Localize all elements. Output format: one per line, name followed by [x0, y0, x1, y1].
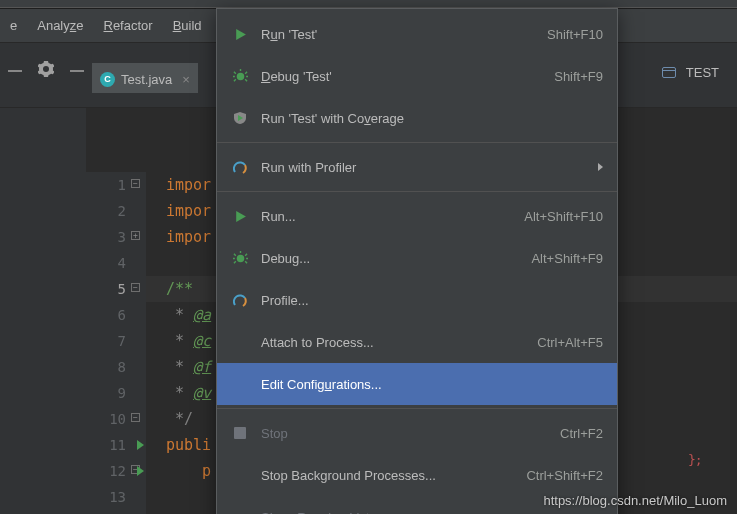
left-tool-icons	[0, 61, 84, 80]
menu-item-label: Run with Profiler	[261, 160, 590, 175]
line-number: 9	[86, 380, 126, 406]
menu-shortcut: Ctrl+Alt+F5	[537, 335, 603, 350]
project-sidebar-bg	[0, 108, 86, 514]
menu-item[interactable]: Build	[163, 9, 212, 42]
menu-shortcut: Shift+F9	[554, 69, 603, 84]
menu-item-label: Run 'Test'	[261, 27, 547, 42]
menu-shortcut: Shift+F10	[547, 27, 603, 42]
run-icon	[229, 210, 251, 223]
gear-icon[interactable]	[38, 61, 54, 80]
menu-item[interactable]: Run 'Test' with Coverage	[217, 97, 617, 139]
titlebar-strip	[0, 0, 737, 8]
svg-rect-2	[234, 427, 246, 439]
menu-item[interactable]: Debug...Alt+Shift+F9	[217, 237, 617, 279]
menu-item: StopCtrl+F2	[217, 412, 617, 454]
line-number: 13	[86, 484, 126, 510]
profiler-icon	[229, 160, 251, 174]
menu-shortcut: Ctrl+Shift+F2	[526, 468, 603, 483]
error-marker: };	[688, 452, 702, 467]
line-number: 11	[86, 432, 126, 458]
menu-item[interactable]: Run 'Test'Shift+F10	[217, 13, 617, 55]
minimize-icon[interactable]	[70, 70, 84, 72]
debug-icon	[229, 69, 251, 84]
editor-tab[interactable]: C Test.java ×	[92, 63, 198, 93]
menu-item-label: Profile...	[261, 293, 603, 308]
line-number: 10−	[86, 406, 126, 432]
menu-item[interactable]: Refactor	[94, 9, 163, 42]
menu-separator	[217, 142, 617, 143]
menu-item-label: Stop	[261, 426, 560, 441]
file-type-icon: C	[100, 72, 115, 87]
menu-item-label: Debug...	[261, 251, 531, 266]
menu-item[interactable]: Stop Background Processes...Ctrl+Shift+F…	[217, 454, 617, 496]
menu-item-label: Attach to Process...	[261, 335, 537, 350]
menu-item[interactable]: Run...Alt+Shift+F10	[217, 195, 617, 237]
line-number: 4	[86, 250, 126, 276]
line-number: 5−	[86, 276, 126, 302]
menu-item[interactable]: Edit Configurations...	[217, 363, 617, 405]
menu-item[interactable]: e	[0, 9, 27, 42]
menu-item-label: Show Running List	[261, 510, 603, 515]
menu-shortcut: Alt+Shift+F10	[524, 209, 603, 224]
line-number: 2	[86, 198, 126, 224]
debug-icon	[229, 251, 251, 266]
menu-shortcut: Ctrl+F2	[560, 426, 603, 441]
menu-item[interactable]: Run with Profiler	[217, 146, 617, 188]
tab-filename: Test.java	[121, 72, 172, 87]
menu-separator	[217, 408, 617, 409]
line-number: 6	[86, 302, 126, 328]
close-tab-icon[interactable]: ×	[182, 72, 190, 87]
stop-icon	[229, 427, 251, 439]
svg-point-1	[236, 254, 244, 262]
menu-item[interactable]: Debug 'Test'Shift+F9	[217, 55, 617, 97]
collapse-icon[interactable]	[8, 70, 22, 72]
menu-item-label: Run...	[261, 209, 524, 224]
run-config-selector[interactable]: TEST	[662, 65, 719, 80]
menu-separator	[217, 191, 617, 192]
menu-shortcut: Alt+Shift+F9	[531, 251, 603, 266]
line-number: 3+	[86, 224, 126, 250]
run-config-label: TEST	[686, 65, 719, 80]
svg-point-0	[236, 72, 244, 80]
menu-item[interactable]: Attach to Process...Ctrl+Alt+F5	[217, 321, 617, 363]
line-number: 7	[86, 328, 126, 354]
menu-item[interactable]: Profile...	[217, 279, 617, 321]
menu-item-label: Edit Configurations...	[261, 377, 603, 392]
coverage-icon	[229, 111, 251, 125]
menu-item-label: Run 'Test' with Coverage	[261, 111, 603, 126]
profiler-icon	[229, 293, 251, 307]
submenu-arrow-icon	[598, 163, 603, 171]
run-icon	[229, 28, 251, 41]
menu-item[interactable]: Analyze	[27, 9, 93, 42]
window-icon	[662, 67, 676, 78]
gutter: 1−23+45−678910−1112−13	[86, 172, 146, 514]
line-number: 12−	[86, 458, 126, 484]
line-number: 1−	[86, 172, 126, 198]
run-context-menu: Run 'Test'Shift+F10Debug 'Test'Shift+F9R…	[216, 8, 618, 514]
menu-item-label: Debug 'Test'	[261, 69, 554, 84]
menu-item-label: Stop Background Processes...	[261, 468, 526, 483]
line-number: 8	[86, 354, 126, 380]
watermark: https://blog.csdn.net/Milo_Luom	[543, 493, 727, 508]
